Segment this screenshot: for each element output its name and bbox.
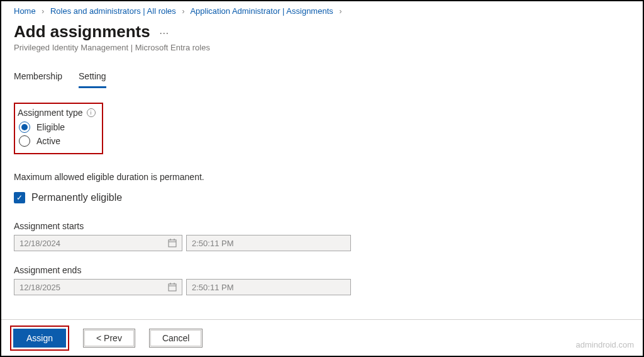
calendar-icon[interactable] xyxy=(168,239,177,247)
permanently-eligible-label: Permanently eligible xyxy=(31,192,122,203)
svg-rect-0 xyxy=(169,240,176,247)
end-time-input[interactable]: 2:50:11 PM xyxy=(186,279,351,295)
radio-active-row[interactable]: Active xyxy=(18,135,96,147)
chevron-right-icon: › xyxy=(42,7,44,16)
radio-eligible[interactable] xyxy=(19,122,30,133)
footer: Assign < Prev Cancel admindroid.com xyxy=(1,319,643,356)
chevron-right-icon: › xyxy=(182,7,184,16)
cancel-button[interactable]: Cancel xyxy=(149,329,203,348)
assignment-type-text: Assignment type xyxy=(18,108,83,118)
end-date-input[interactable]: 12/18/2025 xyxy=(14,279,182,295)
check-icon: ✓ xyxy=(16,193,23,202)
title-row: Add assignments … xyxy=(14,22,630,42)
radio-eligible-row[interactable]: Eligible xyxy=(18,122,96,133)
tab-setting[interactable]: Setting xyxy=(79,67,106,88)
assignment-ends-label: Assignment ends xyxy=(14,265,630,275)
info-icon[interactable]: i xyxy=(87,108,96,117)
page-frame: Home › Roles and administrators | All ro… xyxy=(0,0,644,357)
assign-button-highlight: Assign xyxy=(10,326,69,351)
content-area: Home › Roles and administrators | All ro… xyxy=(1,1,643,295)
permanently-eligible-checkbox[interactable]: ✓ xyxy=(14,192,25,203)
breadcrumb-app-admin[interactable]: Application Administrator | Assignments xyxy=(190,6,333,16)
radio-active[interactable] xyxy=(19,135,30,147)
page-subtitle: Privileged Identity Management | Microso… xyxy=(14,43,630,52)
duration-help-text: Maximum allowed eligible duration is per… xyxy=(14,172,630,182)
end-date-value: 12/18/2025 xyxy=(19,283,60,292)
tabs: Membership Setting xyxy=(14,67,630,89)
start-date-value: 12/18/2024 xyxy=(19,239,60,248)
tab-membership[interactable]: Membership xyxy=(14,67,62,88)
start-date-input[interactable]: 12/18/2024 xyxy=(14,235,182,251)
prev-button[interactable]: < Prev xyxy=(83,329,135,348)
assignment-starts-row: 12/18/2024 2:50:11 PM xyxy=(14,235,630,251)
breadcrumb-roles[interactable]: Roles and administrators | All roles xyxy=(50,6,176,16)
start-time-input[interactable]: 2:50:11 PM xyxy=(186,235,351,251)
svg-rect-4 xyxy=(169,284,176,291)
radio-active-label: Active xyxy=(36,136,60,146)
permanently-eligible-row[interactable]: ✓ Permanently eligible xyxy=(14,192,630,203)
end-time-value: 2:50:11 PM xyxy=(192,283,234,292)
radio-eligible-label: Eligible xyxy=(36,122,65,132)
start-time-value: 2:50:11 PM xyxy=(192,239,234,248)
assignment-type-group: Assignment type i Eligible Active xyxy=(14,103,103,154)
assignment-ends-row: 12/18/2025 2:50:11 PM xyxy=(14,279,630,295)
calendar-icon[interactable] xyxy=(168,283,177,292)
more-actions-icon[interactable]: … xyxy=(159,25,169,37)
page-title: Add assignments xyxy=(14,22,150,42)
watermark: admindroid.com xyxy=(576,340,635,349)
assignment-type-label: Assignment type i xyxy=(18,108,96,118)
assign-button[interactable]: Assign xyxy=(13,329,66,348)
chevron-right-icon: › xyxy=(339,7,341,16)
breadcrumb-home[interactable]: Home xyxy=(14,6,36,16)
assignment-starts-label: Assignment starts xyxy=(14,221,630,231)
breadcrumb: Home › Roles and administrators | All ro… xyxy=(14,6,630,16)
